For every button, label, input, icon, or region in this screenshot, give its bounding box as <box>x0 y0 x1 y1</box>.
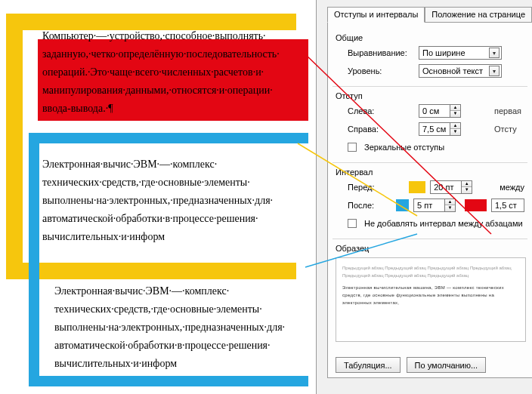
no-space-same-style-checkbox[interactable] <box>348 219 357 228</box>
spinner-down-icon[interactable]: ▼ <box>450 111 460 117</box>
tab-page-position[interactable]: Положение на странице <box>425 7 532 23</box>
spinner-down-icon[interactable]: ▼ <box>445 205 455 211</box>
paragraph-2: Электронная·вычис·ЭВМ·—·комплекс· технич… <box>42 155 299 246</box>
indent-trail-label: Отсту <box>494 125 517 134</box>
preview-box: Предыдущий абзац Предыдущий абзац Предыд… <box>336 257 526 342</box>
spinner-up-icon[interactable]: ▲ <box>450 105 460 111</box>
spinner-down-icon[interactable]: ▼ <box>450 129 460 135</box>
mirror-indents-label: Зеркальные отступы <box>364 143 444 152</box>
spinner-up-icon[interactable]: ▲ <box>445 199 455 205</box>
indent-left-value: 0 см <box>419 106 450 115</box>
paragraph-3: Электронная·вычис·ЭВМ·—·комплекс· технич… <box>54 282 301 373</box>
spinner-up-icon[interactable]: ▲ <box>450 123 460 129</box>
line-spacing-color-patch <box>465 199 487 211</box>
paragraph-1: Компьютер·—·устройство,·способное·выполн… <box>42 27 299 118</box>
after-color-patch <box>396 199 409 211</box>
line-spacing-value: 1,5 ст <box>492 201 524 210</box>
preview-bold-text: Электронная вычислительная машина, ЭВМ —… <box>342 284 519 306</box>
indent-right-label: Справа: <box>348 125 414 134</box>
outline-level-value: Основной текст <box>422 66 483 75</box>
tab-panel: Общие Выравнивание: По ширине ▾ Уровень:… <box>327 22 532 378</box>
spinner-up-icon[interactable]: ▲ <box>462 181 472 187</box>
alignment-value: По ширине <box>422 48 466 57</box>
defaults-button[interactable]: По умолчанию... <box>407 357 487 373</box>
spacing-before-spinner[interactable]: 20 пт ▲▼ <box>430 180 472 194</box>
no-space-same-style-label: Не добавлять интервал между абзацами одн… <box>364 219 523 228</box>
outline-level-combo[interactable]: Основной текст ▾ <box>419 64 502 78</box>
document-preview-area: Компьютер·—·устройство,·способное·выполн… <box>0 0 316 394</box>
group-sample-label: Образец <box>336 244 524 253</box>
indent-left-label: Слева: <box>348 106 414 115</box>
first-line-label: первая <box>494 106 521 115</box>
mirror-indents-checkbox[interactable] <box>348 143 357 152</box>
line-spacing-spinner[interactable]: 1,5 ст <box>491 199 524 212</box>
group-interval-label: Интервал <box>336 168 524 177</box>
chevron-down-icon: ▾ <box>489 66 500 76</box>
spacing-before-label: Перед: <box>348 183 404 192</box>
paragraph-dialog: Отступы и интервалы Положение на страниц… <box>316 0 532 394</box>
before-color-patch <box>409 181 425 193</box>
group-indent-label: Отступ <box>336 91 524 100</box>
group-general-label: Общие <box>336 33 524 42</box>
preview-grey-text: Предыдущий абзац Предыдущий абзац Предыд… <box>342 264 519 279</box>
spacing-after-label: После: <box>348 201 391 210</box>
alignment-label: Выравнивание: <box>348 48 414 57</box>
spinner-down-icon[interactable]: ▼ <box>462 187 472 193</box>
alignment-combo[interactable]: По ширине ▾ <box>419 46 502 60</box>
spacing-after-spinner[interactable]: 5 пт ▲▼ <box>413 199 456 212</box>
line-spacing-label: между <box>500 183 524 192</box>
chevron-down-icon: ▾ <box>489 48 500 58</box>
indent-right-value: 7,5 см <box>419 125 450 134</box>
spacing-before-value: 20 пт <box>431 183 461 192</box>
tab-indents-spacing[interactable]: Отступы и интервалы <box>327 7 425 23</box>
spacing-after-value: 5 пт <box>414 201 444 210</box>
outline-level-label: Уровень: <box>348 66 414 75</box>
tabs-button[interactable]: Табуляция... <box>336 357 401 373</box>
indent-right-spinner[interactable]: 7,5 см ▲▼ <box>419 122 461 136</box>
indent-left-spinner[interactable]: 0 см ▲▼ <box>419 104 461 118</box>
